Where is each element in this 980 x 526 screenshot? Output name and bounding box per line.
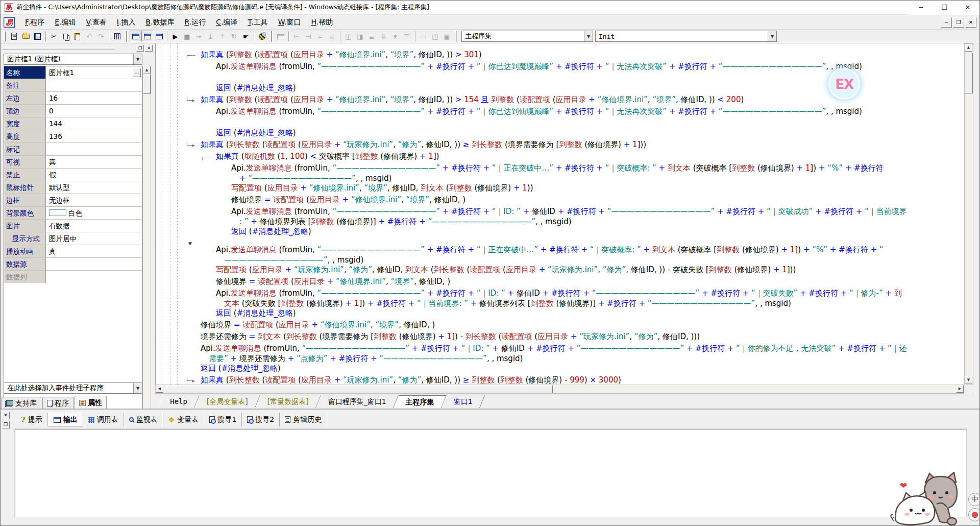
minimize-button[interactable]: ─	[909, 1, 933, 15]
property-row[interactable]: 数据源	[4, 258, 142, 271]
code-line[interactable]: 返回 (#消息处理_忽略)	[156, 308, 964, 320]
bottom-tab-调用表[interactable]: 调用表	[83, 413, 124, 426]
editor-tab-主程序集[interactable]: 主程序集	[393, 395, 446, 408]
property-row[interactable]: 播放动画真	[4, 245, 142, 258]
code-line[interactable]: 文本 (突破失败 [到整数 (修仙境界) + 1]) + #换行符 + “｜当前…	[156, 300, 964, 308]
property-row[interactable]: 可视真	[4, 156, 142, 169]
panel-close-button[interactable]: ✕	[145, 45, 153, 52]
layout-window-1-icon[interactable]	[130, 31, 141, 42]
panel-restore-button[interactable]: ❐	[136, 45, 144, 52]
property-value[interactable]: 144	[46, 117, 142, 130]
bottom-tab-监视表[interactable]: 监视表	[124, 413, 163, 426]
property-value[interactable]: 无边框	[46, 194, 142, 206]
scroll-right-icon[interactable]: ▶	[956, 385, 964, 393]
code-line[interactable]	[156, 118, 964, 128]
menu-item-帮助[interactable]: H.帮助	[306, 16, 338, 29]
scrollbar-thumb[interactable]	[965, 53, 973, 93]
maximize-button[interactable]: ☐	[933, 1, 956, 15]
bottom-tab-搜寻2[interactable]: 搜寻2	[242, 413, 280, 426]
property-row[interactable]: 边框无边框	[4, 194, 142, 207]
chevron-down-icon[interactable]: ▼	[133, 54, 142, 64]
editor-tab-Help[interactable]: Help	[158, 395, 200, 408]
scroll-left-icon[interactable]: ◀	[156, 385, 163, 393]
property-value[interactable]: 136	[46, 130, 142, 142]
code-line[interactable]: 修仙境界 = 读配置项 (应用目录 + “修仙境界.ini”, “境界”, 修仙…	[156, 320, 964, 331]
layout-window-2-icon[interactable]	[141, 31, 153, 42]
event-handler-combobox[interactable]: 在此处选择加入事件处理子程序 ▼	[4, 382, 142, 394]
property-value[interactable]: 有数据	[46, 220, 142, 232]
property-value[interactable]: 图片框1…	[46, 66, 142, 79]
copy-icon[interactable]	[60, 31, 71, 42]
panel-close-button[interactable]: ✕	[2, 412, 10, 419]
property-row[interactable]: 左边16	[4, 92, 142, 105]
bottom-tab-变量表[interactable]: ❖变量表	[163, 413, 205, 426]
property-row[interactable]: 名称图片框1…	[4, 66, 142, 79]
bottom-tab-输出[interactable]: 输出	[48, 413, 83, 426]
code-line[interactable]: 境界还需修为 = 到文本 (到长整数 (境界需要修为 [到整数 (修仙境界) +…	[156, 331, 964, 343]
code-line[interactable]: : ” + 修仙境界列表 [到整数 (修仙境界)] + #换行符 + “————…	[156, 218, 964, 226]
menu-item-工具[interactable]: T.工具	[242, 16, 273, 29]
property-value[interactable]: 16	[46, 92, 142, 104]
debug-bee-icon[interactable]	[256, 31, 268, 42]
menu-item-编译[interactable]: C.编译	[211, 16, 242, 29]
code-line[interactable]: Api.发送单聊消息 (fromUin, “—————————————” + #…	[156, 106, 964, 118]
scroll-up-icon[interactable]: ▲	[143, 66, 151, 74]
code-line[interactable]: 需要” + 境界还需修为 + “点修为” + #换行符 + “—————————…	[156, 355, 964, 363]
code-line[interactable]: ┌╌╌如果真 (取随机数 (1, 100) < 突破概率 [到整数 (修仙境界)…	[156, 151, 964, 163]
code-line[interactable]: + “—————————————”, , msgid)	[156, 175, 964, 183]
mdi-restore-button[interactable]: ❐	[953, 17, 964, 28]
property-value[interactable]: 真	[46, 245, 142, 257]
code-line[interactable]: Api.发送单聊消息 (fromUin, “—————————————” + #…	[156, 288, 964, 300]
menu-item-查看[interactable]: V.查看	[81, 16, 112, 29]
code-line[interactable]: 写配置项 (应用目录 + “玩家修为.ini”, “修为”, 修仙ID, 到文本…	[156, 265, 964, 276]
code-line[interactable]: ▼	[156, 238, 964, 245]
panel-tab-支持库[interactable]: 支持库	[2, 397, 41, 409]
open-file-icon[interactable]	[20, 31, 32, 42]
panel-tab-程序[interactable]: 程序	[42, 397, 74, 409]
layout-window-3-icon[interactable]	[153, 31, 165, 42]
property-row[interactable]: 标记	[4, 143, 142, 156]
code-line[interactable]: 修仙境界 = 读配置项 (应用目录 + “修仙境界.ini”, “境界”, 修仙…	[156, 195, 964, 206]
chevron-down-icon[interactable]: ▼	[768, 31, 776, 41]
menu-item-程序[interactable]: F.程序	[20, 16, 50, 29]
mdi-close-button[interactable]: ✕	[965, 17, 976, 28]
editor-tab-全局变量表[interactable]: [全局变量表]	[194, 395, 260, 408]
property-value[interactable]: 0	[46, 105, 142, 117]
property-value[interactable]	[46, 143, 142, 155]
property-grid-scrollbar[interactable]: ▲ ▼	[142, 66, 151, 422]
paste-icon[interactable]	[71, 31, 83, 42]
code-line[interactable]: —————————————”, , msgid)	[156, 256, 964, 265]
scroll-down-icon[interactable]: ▼	[965, 376, 972, 384]
pause-hand-icon[interactable]: ☛	[240, 31, 252, 42]
property-value[interactable]: 图片居中	[46, 232, 142, 245]
property-row[interactable]: 背景颜色白色	[4, 207, 142, 220]
bottom-tab-剪辑历史[interactable]: 剪辑历史	[280, 413, 327, 426]
scrollbar-thumb[interactable]	[165, 385, 553, 393]
property-row[interactable]: 顶边0	[4, 105, 142, 117]
scroll-up-icon[interactable]: ▲	[965, 44, 972, 52]
chevron-down-icon[interactable]: ▼	[584, 31, 593, 41]
code-line[interactable]: 返回 (#消息处理_忽略)	[156, 363, 964, 375]
menu-item-窗口[interactable]: W.窗口	[273, 16, 306, 29]
property-row[interactable]: 图片有数据	[4, 220, 142, 232]
editor-vertical-scrollbar[interactable]: ▲ ▼	[964, 43, 973, 385]
toolbar-grip[interactable]	[4, 31, 6, 41]
run-icon[interactable]: ▶	[169, 31, 181, 42]
property-value[interactable]	[46, 258, 142, 270]
property-row[interactable]: 鼠标指针默认型	[4, 181, 142, 194]
table-icon[interactable]	[111, 31, 123, 42]
assembly-combobox[interactable]: 主程序集 ▼	[461, 31, 593, 42]
output-console[interactable]	[15, 429, 966, 517]
property-row[interactable]: 数据列	[4, 271, 142, 283]
code-line[interactable]: ┌╌╌如果真 (到整数 (读配置项 (应用目录 + “修仙境界.ini”, “境…	[156, 50, 964, 61]
property-value[interactable]: 真	[46, 156, 142, 168]
record-widget-icon[interactable]	[968, 508, 980, 521]
code-line[interactable]: └╌▸如果真 (到长整数 (读配置项 (应用目录 + “玩家修为.ini”, “…	[156, 375, 964, 385]
property-value[interactable]: 假	[46, 169, 142, 181]
menu-item-插入[interactable]: I.插入	[112, 16, 141, 29]
bottom-tab-提示[interactable]: ?提示	[16, 413, 48, 426]
new-file-icon[interactable]	[8, 31, 20, 42]
method-combobox[interactable]: Init ▼	[595, 31, 777, 42]
ellipsis-button[interactable]: …	[133, 68, 141, 77]
close-button[interactable]: ✕	[956, 1, 979, 15]
